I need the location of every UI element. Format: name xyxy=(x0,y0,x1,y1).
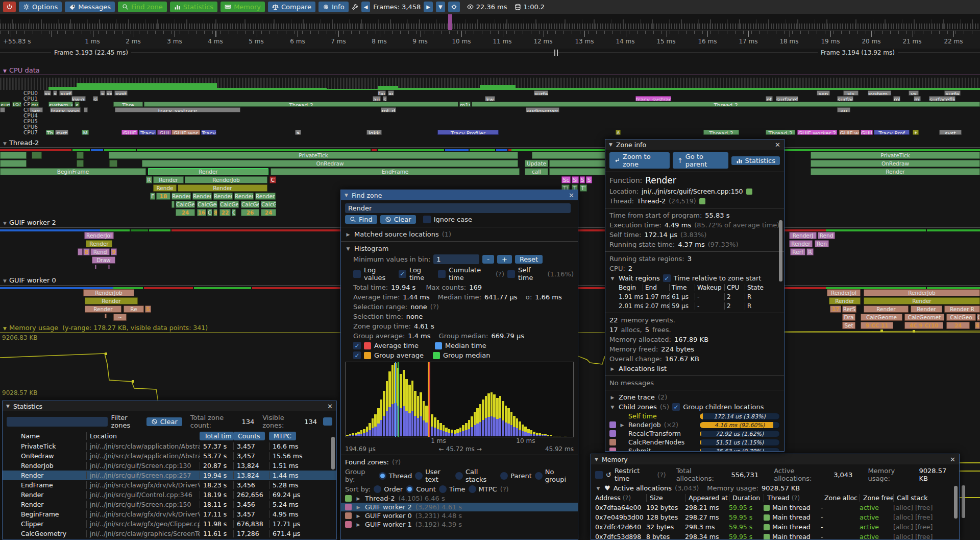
timeline-zone[interactable]: C xyxy=(270,176,276,183)
statistics-scrollbar[interactable] xyxy=(331,437,335,469)
radio-icon[interactable] xyxy=(455,472,463,480)
timeline-zone[interactable]: 26 xyxy=(241,209,259,216)
main-scrollbar[interactable] xyxy=(962,485,965,518)
radio-icon[interactable] xyxy=(469,485,476,493)
info-button[interactable]: Info xyxy=(318,2,349,12)
close-icon[interactable]: ✕ xyxy=(569,192,574,199)
frame-separator-row[interactable]: Frame 3,193 (22.45 ms) Frame 3,194 (13.9… xyxy=(0,49,980,57)
timeline-zone[interactable]: rot_d xyxy=(381,107,396,112)
timeline-zone[interactable]: OnRedraw xyxy=(142,160,518,167)
timeline-zone[interactable]: RenderJob xyxy=(83,289,134,296)
timeline-zone[interactable]: Render xyxy=(213,193,233,200)
timeline-zone[interactable]: kw:gm xyxy=(71,96,86,101)
col-mtpc-button[interactable]: MTPC xyxy=(269,432,296,440)
timeline-zone[interactable]: Rend xyxy=(90,248,110,255)
col-wakeup[interactable]: Wakeup xyxy=(695,284,725,291)
memory-titlebar[interactable]: ▼Memory✕ xyxy=(591,454,959,464)
log-time-checkbox[interactable]: ✓ xyxy=(399,270,406,278)
next-frame-button[interactable]: ▶ xyxy=(424,2,433,12)
timeline-zone[interactable]: GUIF wor xyxy=(172,130,200,135)
timeline-zone[interactable]: S xyxy=(580,176,585,183)
timeline-zone[interactable]: Render xyxy=(811,168,980,175)
timeline-zone[interactable]: [au xyxy=(378,90,386,96)
col-thread[interactable]: Thread (?) xyxy=(764,494,821,502)
timeline-zone[interactable]: Render xyxy=(911,306,942,313)
allocation-row[interactable]: 0x7dfaa64e00 192 bytes 298.21 ms 59.95 s… xyxy=(591,503,959,512)
timeline-zone[interactable] xyxy=(78,248,83,255)
collapse-arrow-icon[interactable]: ▼ xyxy=(345,246,351,251)
timeline-zone[interactable]: system_se xyxy=(48,102,73,107)
expand-arrow-icon[interactable]: ▶ xyxy=(355,522,361,527)
timeline-zone[interactable]: s xyxy=(75,102,80,107)
timeline-zone[interactable]: C xyxy=(232,209,236,216)
timeline-zone[interactable]: mi xyxy=(914,96,921,101)
col-time[interactable]: Time xyxy=(670,284,695,291)
timeline-zone[interactable]: audioserver xyxy=(526,107,559,112)
memory-button[interactable]: Memory xyxy=(220,2,265,12)
timeline-zone[interactable]: T' xyxy=(580,184,587,192)
timeline-zone[interactable]: 4 xyxy=(975,322,980,329)
col-location[interactable]: Location xyxy=(86,432,200,440)
timeline-zone[interactable]: tracy_systrace xyxy=(115,107,240,112)
timeline-zone[interactable]: 9 xyxy=(111,248,117,255)
col-address[interactable]: Address (?) xyxy=(595,494,646,502)
allocation-row[interactable]: 0x7e049b3d00 128 bytes 298.27 ms 59.95 s… xyxy=(591,512,959,522)
timeline-zone[interactable]: Tracy Prof xyxy=(874,130,910,135)
statistics-row[interactable]: Clipper jni/../jni/src/claw/gfx/geo/Clip… xyxy=(3,519,336,529)
timeline-section-header[interactable]: ▼GUIF worker 0 xyxy=(3,276,60,284)
radio-icon[interactable] xyxy=(406,485,413,493)
timeline-zone[interactable]: Render xyxy=(864,297,980,304)
timeline-zone[interactable]: 17 xyxy=(830,306,841,313)
found-zone-group-row[interactable]: ▶GUIF worker 2(3,296) 4.61 s xyxy=(341,503,578,511)
radio-icon[interactable] xyxy=(415,472,423,480)
timeline-zone[interactable]: CalcGeo xyxy=(176,201,195,208)
timeline-zone[interactable]: BeginFrame xyxy=(0,168,146,175)
wait-region-row[interactable]: 1.91 ms 1.97 ms 61 µs - 2 R xyxy=(617,292,784,301)
allocation-row[interactable]: 0x7dfc53d898 8 bytes 298.34 ms 59.95 s M… xyxy=(591,532,959,540)
statistics-row[interactable]: Render jni/../jni/src/guif/Control.cpp:3… xyxy=(3,490,336,500)
prev-frame-button[interactable]: ◀ xyxy=(361,2,371,12)
clear-filter-button[interactable]: Clear xyxy=(146,417,182,426)
collapse-triangle-icon[interactable]: ▼ xyxy=(345,193,348,198)
timeline-zone[interactable]: GUIF xyxy=(121,130,138,135)
expand-arrow-icon[interactable]: ▶ xyxy=(355,513,361,519)
timeline-zone[interactable]: system_s xyxy=(868,90,891,96)
timeline-zone[interactable]: 24 xyxy=(946,322,970,329)
timeline-zone[interactable]: RenderJob xyxy=(864,289,980,296)
zone-info-titlebar[interactable]: ▼Zone info✕ xyxy=(605,139,784,150)
timeline-zone[interactable]: Thread-2 xyxy=(766,130,795,135)
timeline-zone[interactable]: se xyxy=(106,90,112,96)
allocation-row[interactable]: 0x7dfc42d640 32 bytes 298.3 ms 59.95 s M… xyxy=(591,522,959,532)
timeline-zone[interactable]: Draw xyxy=(92,256,115,264)
timeline-zone[interactable]: surfa xyxy=(944,90,961,96)
timeline-zone[interactable]: surface xyxy=(534,90,548,96)
found-zone-group-row[interactable]: ▶GUIF worker 1(3,192) 4.39 s xyxy=(341,520,578,529)
group-children-checkbox[interactable]: ✓ xyxy=(672,403,680,411)
timeline-zone[interactable]: CalcGeome xyxy=(861,314,902,321)
alloc-callstack[interactable]: [alloc] [free] xyxy=(893,504,954,511)
timeline-zone[interactable]: Thread-2 xyxy=(472,102,980,107)
restrict-time-checkbox[interactable]: ✓ xyxy=(595,471,603,479)
timeline-zone[interactable]: t xyxy=(913,130,919,135)
statistics-row[interactable]: Render jni/../jni/src/guif/Screen.cpp:25… xyxy=(3,471,336,480)
group-by-option[interactable]: No groupi xyxy=(535,468,574,483)
timeline-zone[interactable]: Render xyxy=(829,297,861,304)
timeline-zone[interactable]: i@2 xyxy=(12,102,21,107)
timeline-zone[interactable]: m1a xyxy=(459,102,471,107)
col-name[interactable]: Name xyxy=(21,432,86,440)
timeline-zone[interactable]: Sc xyxy=(561,176,571,183)
timeline-section-header[interactable]: ▼GUIF worker 2 xyxy=(3,219,60,226)
timeline-zone[interactable]: CC xyxy=(207,209,212,216)
timeline-zone[interactable]: Si xyxy=(572,176,579,183)
timeline-zone[interactable]: Rende xyxy=(153,184,177,192)
col-zone-free[interactable]: Zone free xyxy=(860,494,893,502)
timeline-zone[interactable]: Thread-2 xyxy=(703,130,739,135)
radio-icon[interactable] xyxy=(439,485,447,493)
radio-icon[interactable] xyxy=(379,472,386,480)
timeline-zone[interactable]: GUIF worker 2 xyxy=(797,130,837,135)
collapse-triangle-icon[interactable]: ▼ xyxy=(595,457,598,462)
timeline-zone[interactable]: aux xyxy=(373,96,381,101)
timeline-zone[interactable]: Tracy xyxy=(139,130,156,135)
close-icon[interactable]: ✕ xyxy=(950,456,955,463)
timeline-zone[interactable]: syst xyxy=(939,130,962,135)
